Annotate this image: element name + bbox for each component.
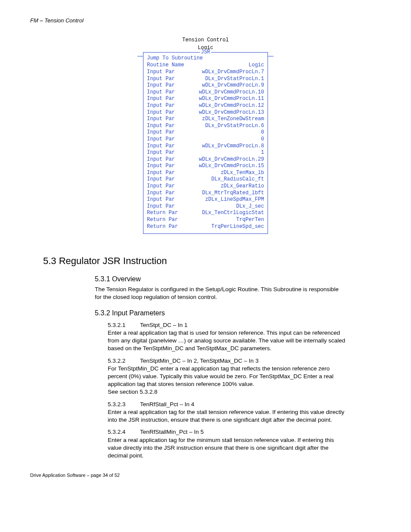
jsr-param-row: Input ParwDLx_DrvCmmdProcLn.12 bbox=[147, 103, 264, 109]
jsr-param-row: Input ParzDLx_TenMax_lb bbox=[147, 170, 264, 177]
jsr-param-row: Return ParDLx_TenCtrlLogicStat bbox=[147, 210, 264, 217]
jsr-param-row: Input ParDLx_DrvStatProcLn.6 bbox=[147, 123, 264, 130]
param-5-3-2-4: 5.3.2.4TenRfStallMin_Pct – In 5 Enter a … bbox=[108, 428, 346, 460]
jsr-param-row: Input ParwDLx_DrvCmmdProcLn.8 bbox=[147, 143, 264, 150]
jsr-param-row: Input ParwDLx_DrvCmmdProcLn.11 bbox=[147, 96, 264, 103]
jsr-param-row: Input ParwDLx_DrvCmmdProcLn.15 bbox=[147, 163, 264, 170]
jsr-param-row: Input ParwDLx_DrvCmmdProcLn.9 bbox=[147, 82, 264, 89]
jsr-param-row: Input ParzDLx_LineSpdMax_FPM bbox=[147, 196, 264, 203]
jsr-jump-line: Jump To Subroutine bbox=[147, 55, 264, 61]
jsr-param-row: Input ParwDLx_DrvCmmdProcLn.10 bbox=[147, 89, 264, 96]
jsr-param-row: Input ParwDLx_DrvCmmdProcLn.29 bbox=[147, 156, 264, 163]
jsr-param-row: Input ParDLx_MtrTrqRated_lbft bbox=[147, 190, 264, 197]
jsr-instruction-block: Tension Control Logic JSR Jump To Subrou… bbox=[143, 37, 268, 234]
jsr-param-row: Input ParDLx_DrvStatProcLn.1 bbox=[147, 76, 264, 83]
jsr-param-row: Input ParwDLx_DrvCmmdProcLn.7 bbox=[147, 69, 264, 76]
section-5-3-2-title: 5.3.2 Input Parameters bbox=[95, 309, 381, 317]
jsr-param-row: Input ParwDLx_DrvCmmdProcLn.13 bbox=[147, 109, 264, 116]
param-5-3-2-1: 5.3.2.1TenStpt_DC – In 1 Enter a real ap… bbox=[108, 321, 346, 353]
jsr-param-row: Input ParDLx_RadiusCalc_ft bbox=[147, 176, 264, 183]
param-5-3-2-3: 5.3.2.3TenRfStall_Pct – In 4 Enter a rea… bbox=[108, 401, 346, 424]
section-5-3-1-title: 5.3.1 Overview bbox=[95, 275, 381, 283]
jsr-param-row: Input Par0 bbox=[147, 136, 264, 143]
jsr-routine-row: Routine Name Logic bbox=[147, 62, 264, 69]
jsr-param-row: Input Par0 bbox=[147, 129, 264, 136]
jsr-title-line1: Tension Control bbox=[143, 37, 268, 44]
jsr-param-row: Return ParTrqPerLineSpd_sec bbox=[147, 224, 264, 230]
section-5-3-1-body: The Tension Regulator is configured in t… bbox=[95, 286, 346, 301]
jsr-box: JSR Jump To Subroutine Routine Name Logi… bbox=[143, 52, 268, 234]
page-footer: Drive Application Software – page 34 of … bbox=[30, 473, 381, 478]
jsr-label: JSR bbox=[143, 49, 268, 55]
jsr-param-row: Return ParTrqPerTen bbox=[147, 217, 264, 224]
jsr-param-row: Input Par1 bbox=[147, 149, 264, 156]
param-5-3-2-2: 5.3.2.2TenStptMin_DC – In 2, TenStptMax_… bbox=[108, 357, 346, 396]
jsr-param-row: Input ParzDLx_GearRatio bbox=[147, 183, 264, 190]
jsr-param-row: Input ParzDLx_TenZoneDwStream bbox=[147, 116, 264, 123]
section-5-3-title: 5.3 Regulator JSR Instruction bbox=[43, 255, 381, 267]
page-header: FM – Tension Control bbox=[30, 17, 381, 24]
jsr-param-row: Input ParDLx_J_sec bbox=[147, 203, 264, 210]
